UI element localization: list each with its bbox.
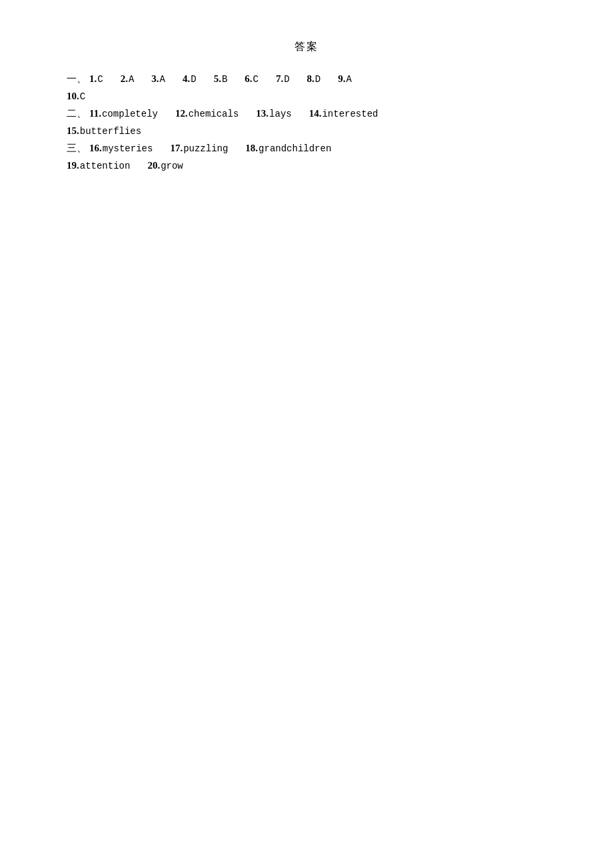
answer-pair-12: 12.chemicals xyxy=(175,108,247,119)
num-19: 19. xyxy=(67,160,79,171)
answer-pair-7: 7.D xyxy=(276,73,298,85)
answer-17: puzzling xyxy=(183,143,228,154)
num-13: 13. xyxy=(256,108,269,119)
answer-3: A xyxy=(160,74,165,85)
answer-11: completely xyxy=(102,109,158,119)
answer-pair-1: 1.C xyxy=(89,73,111,85)
num-9: 9. xyxy=(338,73,345,85)
page: 答案 一、 1.C 2.A 3.A 4.D 5.B 6.C 7.D 8.D 9.… xyxy=(0,0,613,217)
num-11: 11. xyxy=(89,108,101,119)
num-12: 12. xyxy=(175,108,188,119)
section1-label: 一、 xyxy=(67,73,87,85)
answer-pair-10: 10.C xyxy=(67,91,93,102)
answer-6: C xyxy=(253,74,259,85)
answer-18: grandchildren xyxy=(259,143,331,154)
answer-pair-3: 3.A xyxy=(151,73,173,85)
answer-15: butterflies xyxy=(80,126,141,137)
answer-pair-8: 8.D xyxy=(307,73,329,85)
num-6: 6. xyxy=(245,73,252,85)
line-10: 10.C xyxy=(67,91,546,102)
answer-7: D xyxy=(284,74,289,85)
section2-label: 二、 xyxy=(67,107,87,120)
num-17: 17. xyxy=(170,143,183,154)
answer-4: D xyxy=(191,74,196,85)
num-14: 14. xyxy=(309,108,322,119)
answer-pair-20: 20.grow xyxy=(147,160,191,171)
num-2: 2. xyxy=(121,73,128,85)
num-20: 20. xyxy=(147,160,160,171)
answer-1: C xyxy=(97,74,103,85)
num-7: 7. xyxy=(276,73,283,85)
page-title: 答案 xyxy=(67,40,546,54)
line-15: 15.butterflies xyxy=(67,125,546,137)
num-18: 18. xyxy=(245,143,258,154)
answer-pair-16: 16.mysteries xyxy=(89,143,161,154)
answer-pair-18: 18.grandchildren xyxy=(245,143,339,154)
answer-9: A xyxy=(346,74,352,85)
section1-line: 一、 1.C 2.A 3.A 4.D 5.B 6.C 7.D 8.D 9.A xyxy=(67,73,546,85)
answer-pair-17: 17.puzzling xyxy=(170,143,236,154)
num-4: 4. xyxy=(183,73,190,85)
section3-line: 三、 16.mysteries 17.puzzling 18.grandchil… xyxy=(67,142,546,155)
answer-pair-11: 11.completely xyxy=(89,108,166,119)
answer-2: A xyxy=(129,74,134,85)
answer-pair-19: 19.attention xyxy=(67,160,138,171)
num-3: 3. xyxy=(151,73,159,85)
num-15: 15. xyxy=(67,125,79,137)
answer-5: B xyxy=(222,74,227,85)
num-8: 8. xyxy=(307,73,314,85)
answer-pair-6: 6.C xyxy=(245,73,267,85)
answer-pair-13: 13.lays xyxy=(256,108,299,119)
num-10: 10. xyxy=(67,91,79,102)
answer-20: grow xyxy=(161,161,183,171)
answer-14: interested xyxy=(322,109,378,119)
answer-pair-4: 4.D xyxy=(183,73,205,85)
num-16: 16. xyxy=(89,143,102,154)
answer-12: chemicals xyxy=(189,109,239,119)
num-1: 1. xyxy=(89,73,97,85)
answer-13: lays xyxy=(269,109,292,119)
answer-pair-2: 2.A xyxy=(121,73,143,85)
section2-line: 二、 11.completely 12.chemicals 13.lays 14… xyxy=(67,107,546,120)
num-5: 5. xyxy=(214,73,221,85)
answer-10: C xyxy=(80,91,85,102)
answer-16: mysteries xyxy=(103,143,153,154)
answer-pair-14: 14.interested xyxy=(309,108,386,119)
answer-pair-5: 5.B xyxy=(214,73,236,85)
answer-pair-9: 9.A xyxy=(338,73,360,85)
answer-19: attention xyxy=(80,161,131,171)
line-19-20: 19.attention 20.grow xyxy=(67,160,546,171)
answer-pair-15: 15.butterflies xyxy=(67,125,149,137)
answer-8: D xyxy=(315,74,320,85)
section3-label: 三、 xyxy=(67,142,87,155)
